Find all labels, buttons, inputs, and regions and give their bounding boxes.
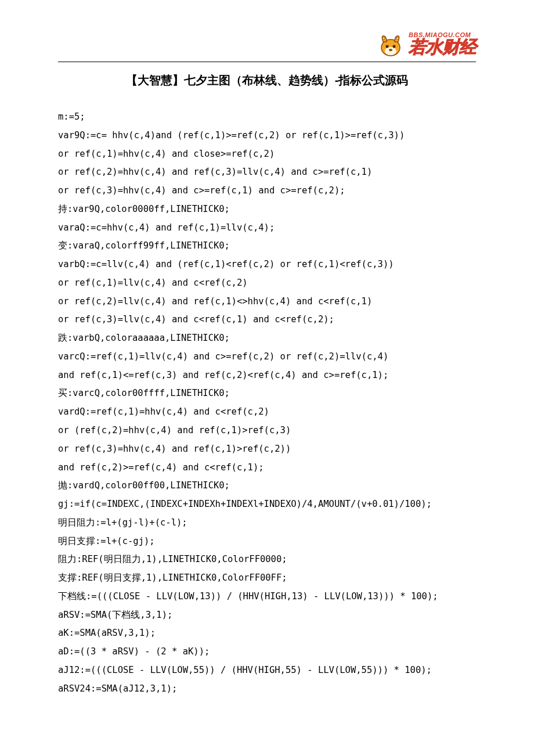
- svg-point-2: [386, 45, 389, 48]
- document-page: BBS.MIAOGU.COM 若水财经 【大智慧】七夕主图（布林线、趋势线）-指…: [0, 0, 534, 745]
- code-content: m:=5; var9Q:=c= hhv(c,4)and (ref(c,1)>=r…: [58, 108, 476, 699]
- svg-point-5: [383, 37, 385, 39]
- svg-point-4: [389, 49, 392, 51]
- mascot-icon: [376, 29, 405, 58]
- svg-point-6: [396, 37, 399, 39]
- site-logo: BBS.MIAOGU.COM 若水财经: [376, 29, 476, 58]
- page-header: BBS.MIAOGU.COM 若水财经: [58, 29, 476, 58]
- logo-text-block: BBS.MIAOGU.COM 若水财经: [409, 31, 476, 56]
- svg-point-3: [393, 45, 396, 48]
- header-divider: [58, 62, 476, 62]
- document-title: 【大智慧】七夕主图（布林线、趋势线）-指标公式源码: [58, 73, 476, 88]
- logo-name: 若水财经: [409, 38, 476, 56]
